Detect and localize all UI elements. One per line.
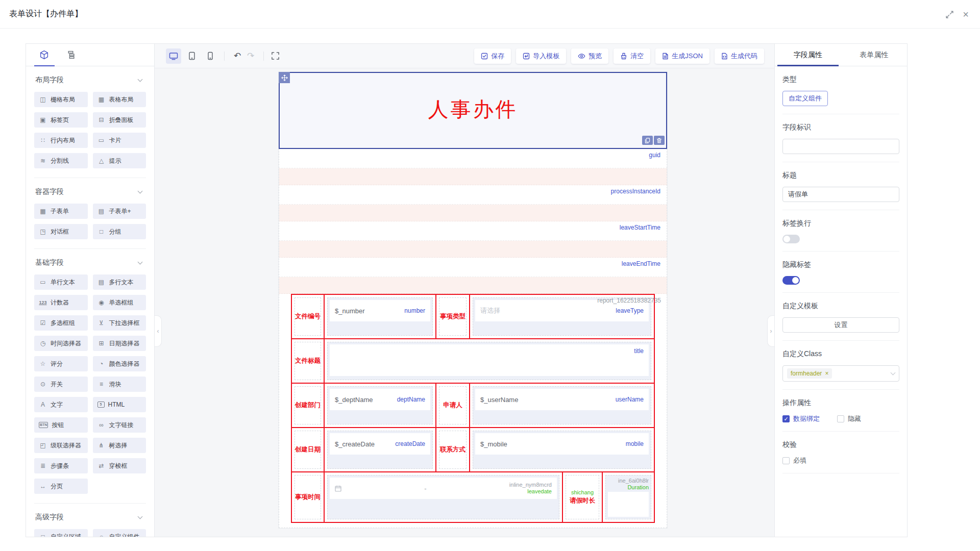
- copy-component-button[interactable]: [642, 136, 653, 145]
- cell-label-file-title[interactable]: 文件标题: [292, 339, 324, 383]
- palette-item-custom-area[interactable]: □自定义区域: [34, 529, 88, 537]
- cell-field-number[interactable]: $_numbernumber: [324, 295, 435, 338]
- window-close-icon[interactable]: ×: [963, 9, 969, 19]
- palette-item-text-input[interactable]: ▭单行文本: [34, 274, 88, 290]
- section-header[interactable]: 布局字段: [34, 76, 146, 92]
- palette-item-table-layout[interactable]: ▦表格布局: [93, 92, 146, 107]
- palette-item-subform[interactable]: ▦子表单: [34, 204, 88, 219]
- structure-tab-outline-icon[interactable]: [66, 51, 75, 59]
- redo-icon[interactable]: ↷: [244, 51, 257, 61]
- cell-label-applicant[interactable]: 申请人: [435, 384, 469, 427]
- palette-item-inline-layout[interactable]: ∷行内布局: [34, 133, 88, 148]
- section-header[interactable]: 高级字段: [34, 513, 146, 529]
- clear-button[interactable]: 清空: [614, 48, 650, 64]
- palette-item-divider[interactable]: ≋分割线: [34, 153, 88, 168]
- palette-item-collapse-panel[interactable]: ⊟折叠面板: [93, 112, 146, 128]
- custom-class-select[interactable]: formheader ×: [782, 365, 899, 382]
- cell-label-matter-type[interactable]: 事项类型: [435, 295, 469, 338]
- hidden-field-leaveEndTime[interactable]: leaveEndTime: [279, 258, 667, 277]
- cell-field-title[interactable]: title: [324, 339, 654, 383]
- cell-label-matter-time[interactable]: 事项时间: [292, 472, 324, 522]
- palette-item-slider[interactable]: ≡滑块: [93, 377, 146, 392]
- palette-item-counter[interactable]: 123计数器: [34, 295, 88, 310]
- palette-item-checkbox-group[interactable]: ☑多选框组: [34, 315, 88, 331]
- desktop-icon[interactable]: [166, 48, 181, 64]
- cell-label-create-dept[interactable]: 创建部门: [292, 384, 324, 427]
- hidden-field-processInstanceId[interactable]: processInstanceId: [279, 185, 667, 205]
- palette-item-time-picker[interactable]: ◷时间选择器: [34, 336, 88, 351]
- palette-item-rate[interactable]: ☆评分: [34, 356, 88, 371]
- fullscreen-icon[interactable]: [271, 52, 280, 60]
- required-checkbox[interactable]: 必填: [782, 456, 806, 465]
- remove-tag-icon[interactable]: ×: [825, 370, 828, 377]
- cell-field-userName[interactable]: $_userNameuserName: [469, 384, 654, 427]
- hidden-field-leaveStartTime[interactable]: leaveStartTime: [279, 221, 667, 241]
- tablet-icon[interactable]: [184, 48, 200, 64]
- palette-item-text[interactable]: A文字: [34, 397, 88, 412]
- palette-item-dialog[interactable]: ◳对话框: [34, 224, 88, 239]
- palette-item-pagination[interactable]: ↔分页: [34, 479, 88, 494]
- cell-field-deptName[interactable]: $_deptNamedeptName: [324, 384, 435, 427]
- cell-label-create-date[interactable]: 创建日期: [292, 428, 324, 471]
- palette-item-radio-group[interactable]: ◉单选框组: [93, 295, 146, 310]
- cell-label-leave-duration[interactable]: shichang 请假时长: [562, 472, 602, 522]
- delete-component-button[interactable]: [654, 136, 665, 145]
- palette-item-alert[interactable]: △提示: [93, 153, 146, 168]
- import-template-button[interactable]: 导入模板: [516, 48, 566, 64]
- report-table-component[interactable]: 文件编号 $_numbernumber 事项类型 请选择leaveType 文件…: [291, 294, 655, 523]
- palette-item-link[interactable]: ∞文字链接: [93, 417, 146, 433]
- data-binding-checkbox[interactable]: ✓数据绑定: [782, 414, 820, 423]
- cell-field-daterange[interactable]: - inline_nym8mcrd leavedate: [324, 472, 562, 522]
- collapse-sidebar-handle[interactable]: ‹: [155, 315, 162, 347]
- palette-item-custom-component[interactable]: ○自定义组件: [93, 529, 146, 537]
- label-wrap-toggle[interactable]: [782, 235, 800, 243]
- palette-item-switch[interactable]: ⊙开关: [34, 377, 88, 392]
- hidden-checkbox[interactable]: 隐藏: [837, 414, 861, 423]
- palette-item-button[interactable]: BTN按钮: [34, 417, 88, 433]
- undo-icon[interactable]: ↶: [231, 51, 244, 61]
- palette-item-tree-select[interactable]: ⋔树选择: [93, 438, 146, 453]
- cell-field-duration[interactable]: ine_6ai0h8lr Duration: [602, 472, 654, 522]
- type-value-button[interactable]: 自定义组件: [782, 91, 828, 106]
- palette-item-html[interactable]: 5HTML: [93, 397, 146, 412]
- title-input[interactable]: [782, 187, 899, 202]
- cell-label-file-number[interactable]: 文件编号: [292, 295, 324, 338]
- cell-label-contact[interactable]: 联系方式: [435, 428, 469, 471]
- palette-item-card[interactable]: ▭卡片: [93, 133, 146, 148]
- phone-icon[interactable]: [203, 48, 218, 64]
- palette-item-cascader[interactable]: ◰级联选择器: [34, 438, 88, 453]
- selected-header-component[interactable]: 人事办件: [279, 72, 667, 149]
- cell-field-createDate[interactable]: $_createDatecreateDate: [324, 428, 435, 471]
- tab-field-properties[interactable]: 字段属性: [775, 44, 841, 66]
- form-page[interactable]: 人事办件 guid processInstanceId leaveStartTi…: [279, 72, 667, 528]
- palette-item-transfer[interactable]: ⇄穿梭框: [93, 458, 146, 473]
- components-tab-cube-icon[interactable]: [39, 50, 49, 60]
- palette-item-select[interactable]: ⊻下拉选择框: [93, 315, 146, 331]
- collapse-properties-handle[interactable]: ›: [767, 315, 774, 347]
- hidden-field-row[interactable]: [279, 205, 667, 221]
- field-id-input[interactable]: [782, 139, 899, 154]
- settings-button[interactable]: 设置: [782, 317, 899, 333]
- hidden-field-guid[interactable]: guid: [279, 149, 667, 168]
- window-expand-icon[interactable]: [946, 11, 953, 18]
- palette-item-group[interactable]: □分组: [93, 224, 146, 239]
- palette-item-steps[interactable]: ≣步骤条: [34, 458, 88, 473]
- section-header[interactable]: 基础字段: [34, 258, 146, 274]
- design-canvas[interactable]: 人事办件 guid processInstanceId leaveStartTi…: [155, 68, 774, 537]
- tab-form-properties[interactable]: 表单属性: [841, 44, 908, 66]
- hidden-field-row[interactable]: [279, 277, 667, 294]
- palette-item-date-picker[interactable]: ⊞日期选择器: [93, 336, 146, 351]
- palette-item-tabs[interactable]: ▣标签页: [34, 112, 88, 128]
- preview-button[interactable]: 预览: [571, 48, 608, 64]
- palette-item-textarea[interactable]: ▤多行文本: [93, 274, 146, 290]
- palette-item-grid-layout[interactable]: ◫栅格布局: [34, 92, 88, 107]
- generate-code-button[interactable]: 生成代码: [715, 48, 764, 64]
- section-header[interactable]: 容器字段: [34, 187, 146, 204]
- hide-label-toggle[interactable]: [782, 276, 800, 285]
- palette-item-color-picker[interactable]: ◔颜色选择器: [93, 356, 146, 371]
- drag-move-icon[interactable]: [279, 72, 290, 83]
- cell-field-mobile[interactable]: $_mobilemobile: [469, 428, 654, 471]
- hidden-field-row[interactable]: [279, 168, 667, 185]
- hidden-field-row[interactable]: [279, 241, 667, 258]
- save-button[interactable]: 保存: [474, 48, 511, 64]
